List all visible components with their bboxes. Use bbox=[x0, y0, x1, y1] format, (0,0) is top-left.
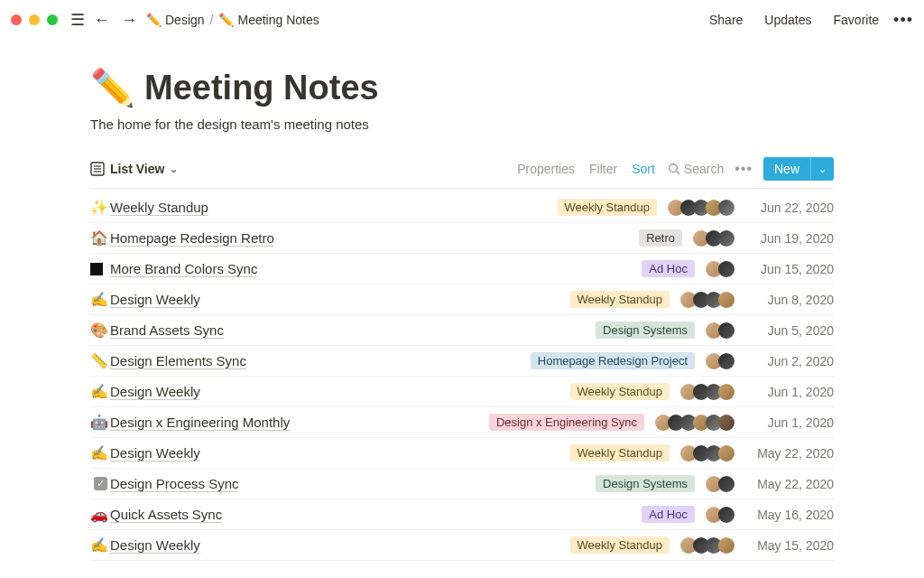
database-toolbar: List View ⌄ Properties Filter Sort Searc… bbox=[90, 157, 834, 189]
row-tag: Design Systems bbox=[596, 475, 695, 492]
row-participants bbox=[706, 507, 735, 523]
row-date: Jun 1, 2020 bbox=[747, 415, 834, 430]
nav-forward-button[interactable]: → bbox=[119, 11, 139, 30]
search-icon bbox=[668, 163, 680, 175]
avatar-icon bbox=[718, 322, 735, 339]
row-emoji-icon: ✍️ bbox=[90, 291, 110, 308]
maximize-window-button[interactable] bbox=[47, 14, 58, 25]
page-body: ✏️ Meeting Notes The home for the design… bbox=[0, 40, 924, 561]
row-title: Design x Engineering Monthly bbox=[110, 415, 290, 430]
row-participants bbox=[655, 415, 735, 431]
window-controls bbox=[11, 14, 58, 25]
pencil-icon: ✏️ bbox=[146, 13, 162, 27]
row-tag: Design x Engineering Sync bbox=[489, 414, 644, 431]
favorite-button[interactable]: Favorite bbox=[827, 13, 887, 27]
row-participants bbox=[706, 261, 735, 277]
table-row[interactable]: 📏Design Elements SyncHomepage Redesign P… bbox=[90, 346, 834, 377]
breadcrumb-label: Meeting Notes bbox=[237, 13, 319, 27]
row-tag: Ad Hoc bbox=[642, 506, 695, 523]
breadcrumb-separator: / bbox=[210, 13, 214, 27]
share-button[interactable]: Share bbox=[702, 13, 750, 27]
row-emoji-icon: 📏 bbox=[90, 352, 110, 369]
breadcrumb-item-meeting-notes[interactable]: ✏️ Meeting Notes bbox=[218, 13, 319, 27]
avatar-icon bbox=[718, 261, 735, 277]
row-participants bbox=[706, 353, 735, 369]
row-date: May 15, 2020 bbox=[747, 538, 834, 553]
row-participants bbox=[706, 476, 735, 492]
avatar-icon bbox=[718, 353, 735, 369]
row-title: Design Weekly bbox=[110, 537, 200, 553]
page-subtitle[interactable]: The home for the design team's meeting n… bbox=[90, 117, 834, 132]
row-participants bbox=[668, 200, 735, 216]
more-menu-icon[interactable]: ••• bbox=[893, 11, 913, 30]
table-row[interactable]: ✍️Design WeeklyWeekly StandupMay 15, 202… bbox=[90, 530, 834, 561]
row-title: Design Process Sync bbox=[110, 476, 239, 491]
breadcrumb: ✏️ Design / ✏️ Meeting Notes bbox=[146, 13, 319, 27]
table-row[interactable]: 🚗Quick Assets SyncAd HocMay 16, 2020 bbox=[90, 499, 834, 530]
checkbox-icon: ✓ bbox=[90, 477, 110, 490]
new-button-dropdown[interactable]: ⌄ bbox=[810, 157, 834, 181]
page-title[interactable]: Meeting Notes bbox=[144, 69, 379, 107]
row-title: Homepage Redesign Retro bbox=[110, 230, 274, 246]
avatar-icon bbox=[718, 200, 735, 216]
page-icon[interactable]: ✏️ bbox=[90, 67, 135, 109]
row-title: Weekly Standup bbox=[110, 200, 208, 215]
table-row[interactable]: ✍️Design WeeklyWeekly StandupJun 1, 2020 bbox=[90, 377, 834, 407]
sort-button[interactable]: Sort bbox=[624, 162, 662, 176]
filter-button[interactable]: Filter bbox=[582, 162, 624, 176]
nav-back-button[interactable]: ← bbox=[92, 11, 112, 30]
avatar-icon bbox=[718, 537, 735, 554]
row-emoji-icon: ✍️ bbox=[90, 536, 110, 554]
avatar-icon bbox=[718, 384, 735, 400]
row-emoji-icon: ✍️ bbox=[90, 383, 110, 400]
search-button[interactable]: Search bbox=[662, 162, 729, 176]
avatar-icon bbox=[718, 507, 735, 523]
avatar-icon bbox=[718, 292, 735, 308]
updates-button[interactable]: Updates bbox=[757, 13, 818, 27]
table-row[interactable]: 🤖Design x Engineering MonthlyDesign x En… bbox=[90, 407, 834, 438]
properties-button[interactable]: Properties bbox=[510, 162, 582, 176]
row-participants bbox=[680, 537, 735, 554]
avatar-icon bbox=[718, 445, 735, 461]
close-window-button[interactable] bbox=[11, 14, 22, 25]
new-button-group: New ⌄ bbox=[763, 157, 834, 181]
pencil-icon: ✏️ bbox=[218, 13, 234, 27]
row-emoji-icon: 🤖 bbox=[90, 414, 110, 431]
breadcrumb-item-design[interactable]: ✏️ Design bbox=[146, 13, 205, 27]
table-row[interactable]: 🎨Brand Assets SyncDesign SystemsJun 5, 2… bbox=[90, 315, 834, 346]
new-button[interactable]: New bbox=[763, 157, 810, 181]
table-row[interactable]: ✓Design Process SyncDesign SystemsMay 22… bbox=[90, 469, 834, 499]
avatar-icon bbox=[718, 230, 735, 247]
svg-line-5 bbox=[676, 172, 679, 175]
row-emoji-icon: 🏠 bbox=[90, 229, 110, 247]
table-row[interactable]: ✨Weekly StandupWeekly StandupJun 22, 202… bbox=[90, 192, 834, 223]
row-title: Quick Assets Sync bbox=[110, 507, 222, 522]
row-date: Jun 1, 2020 bbox=[747, 385, 834, 399]
table-row[interactable]: ✍️Design WeeklyWeekly StandupJun 8, 2020 bbox=[90, 284, 834, 315]
table-row[interactable]: 🏠Homepage Redesign RetroRetroJun 19, 202… bbox=[90, 223, 834, 254]
row-tag: Weekly Standup bbox=[570, 291, 670, 308]
row-date: May 16, 2020 bbox=[747, 508, 834, 522]
chevron-down-icon: ⌄ bbox=[170, 163, 178, 175]
database-rows: ✨Weekly StandupWeekly StandupJun 22, 202… bbox=[90, 192, 834, 561]
row-date: Jun 5, 2020 bbox=[747, 323, 834, 338]
avatar-icon bbox=[718, 476, 735, 492]
avatar-icon bbox=[718, 415, 735, 431]
row-participants bbox=[680, 384, 735, 400]
table-row[interactable]: ✍️Design WeeklyWeekly StandupMay 22, 202… bbox=[90, 438, 834, 469]
row-title: Design Weekly bbox=[110, 445, 200, 461]
sidebar-toggle-icon[interactable]: ☰ bbox=[70, 10, 85, 30]
black-square-icon bbox=[90, 261, 110, 277]
svg-point-4 bbox=[670, 164, 678, 172]
view-switcher[interactable]: List View ⌄ bbox=[90, 162, 178, 176]
table-row[interactable]: More Brand Colors SyncAd HocJun 15, 2020 bbox=[90, 254, 834, 284]
row-tag: Weekly Standup bbox=[570, 536, 670, 554]
row-title: Design Elements Sync bbox=[110, 353, 246, 368]
db-more-icon[interactable]: ••• bbox=[729, 161, 758, 177]
row-emoji-icon: ✍️ bbox=[90, 444, 110, 461]
row-tag: Weekly Standup bbox=[570, 383, 670, 400]
view-label: List View bbox=[110, 162, 164, 176]
row-tag: Design Systems bbox=[596, 322, 695, 339]
row-participants bbox=[706, 322, 735, 339]
minimize-window-button[interactable] bbox=[29, 14, 40, 25]
